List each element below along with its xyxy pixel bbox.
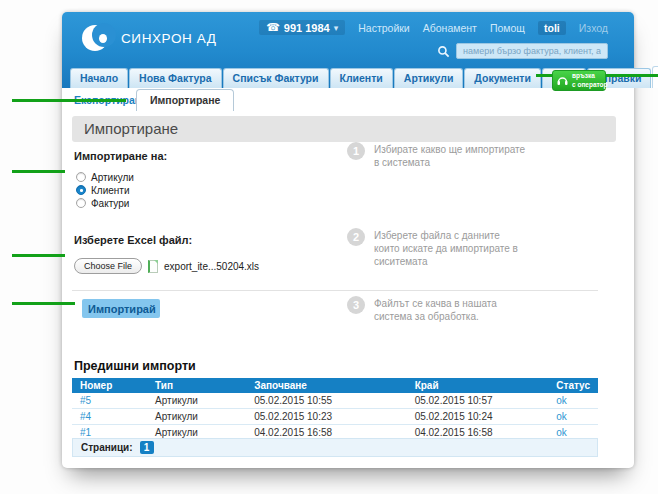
excel-file-heading: Изберете Excel файл: [74, 234, 192, 246]
step-1: 1 Избирате какво ще импортирате в систем… [347, 142, 526, 169]
import-number-link[interactable]: #4 [80, 411, 91, 422]
col-number: Номер [72, 378, 147, 393]
import-start: 05.02.2015 10:55 [246, 393, 406, 409]
help-link[interactable]: Помощ [490, 22, 525, 34]
step-3-number: 3 [347, 296, 365, 314]
search-icon [437, 45, 450, 58]
step-2-number: 2 [347, 228, 365, 246]
search-bar [437, 43, 608, 59]
import-end: 05.02.2015 10:24 [407, 409, 549, 425]
history-heading: Предишни импорти [74, 359, 196, 373]
import-button[interactable]: Импортирай [82, 299, 160, 318]
table-row: #4 Артикули 05.02.2015 10:23 05.02.2015 … [72, 409, 598, 425]
caret-down-icon: ▾ [334, 23, 339, 33]
tab-nachalo[interactable]: Начало [70, 68, 128, 88]
step-2-text: Изберете файла с данните които искате да… [374, 228, 526, 269]
tab-artikuli[interactable]: Артикули [394, 68, 464, 88]
annotation-line-file [12, 254, 65, 257]
tab-import-export[interactable]: Импорт/експорт [652, 66, 658, 88]
import-number-link[interactable]: #5 [80, 395, 91, 406]
import-number-link[interactable]: #1 [80, 427, 91, 438]
selected-filename: export_ite...50204.xls [164, 261, 259, 272]
subtab-import[interactable]: Импортиране [136, 89, 234, 111]
excel-file-icon [148, 260, 158, 273]
col-end: Край [407, 378, 549, 393]
logout-link[interactable]: Изход [579, 22, 608, 34]
settings-link[interactable]: Настройки [358, 22, 410, 34]
user-link[interactable]: toli [538, 21, 566, 35]
phone-selector[interactable]: ☎ 991 1984 ▾ [259, 20, 345, 35]
phone-number: 991 1984 [284, 22, 330, 34]
operator-button[interactable]: връзка с оператор [552, 70, 606, 91]
phone-icon: ☎ [266, 21, 280, 34]
radio-klienti-label: Клиенти [91, 185, 130, 196]
col-type: Тип [147, 378, 246, 393]
annotation-line-subtab [12, 99, 126, 102]
file-input-row: Choose File export_ite...50204.xls [74, 258, 259, 274]
step-2: 2 Изберете файла с данните които искате … [347, 228, 526, 269]
table-header-row: Номер Тип Започване Край Статус [72, 378, 598, 393]
radio-checked-icon [76, 185, 86, 195]
col-status: Статус [548, 378, 598, 393]
tab-klienti[interactable]: Клиенти [330, 68, 393, 88]
headset-icon [556, 75, 569, 86]
radio-icon [76, 172, 86, 182]
section-divider [72, 290, 598, 291]
radio-fakturi-label: Фактури [91, 198, 129, 209]
status-link[interactable]: ok [556, 411, 567, 422]
brand-logo-icon [82, 23, 112, 53]
radio-klienti[interactable]: Клиенти [76, 184, 130, 196]
search-input[interactable] [456, 43, 608, 59]
import-of-heading: Импортиране на: [74, 150, 167, 162]
screenshot-stage: СИНХРОН АД ☎ 991 1984 ▾ Настройки Абонам… [0, 0, 658, 494]
import-type: Артикули [147, 393, 246, 409]
import-end: 05.02.2015 10:57 [407, 393, 549, 409]
step-3-text: Файлът се качва в нашата система за обра… [374, 296, 526, 323]
radio-fakturi[interactable]: Фактури [76, 197, 129, 209]
radio-icon [76, 198, 86, 208]
brand-name: СИНХРОН АД [121, 31, 217, 46]
status-link[interactable]: ok [556, 395, 567, 406]
pagination-label: Страници: [81, 442, 133, 453]
import-type: Артикули [147, 409, 246, 425]
sub-nav: Експортиране Импортиране [62, 88, 634, 112]
radio-artikuli[interactable]: Артикули [76, 171, 134, 183]
table-row: #5 Артикули 05.02.2015 10:55 05.02.2015 … [72, 393, 598, 409]
pagination-bar: Страници: 1 [72, 438, 598, 457]
operator-button-label-line2: с оператор [572, 81, 608, 89]
step-3: 3 Файлът се качва в нашата система за об… [347, 296, 526, 323]
brand-logo: СИНХРОН АД [82, 23, 217, 53]
annotation-line-import-button [12, 302, 75, 305]
step-1-text: Избирате какво ще импортирате в системат… [374, 142, 526, 169]
tab-dokumenti[interactable]: Документи [464, 68, 541, 88]
page-1-button[interactable]: 1 [140, 441, 154, 454]
choose-file-button[interactable]: Choose File [74, 258, 142, 274]
history-table: Номер Тип Започване Край Статус #5 Артик… [72, 378, 598, 441]
page-title: Импортиране [72, 116, 616, 142]
import-start: 05.02.2015 10:23 [246, 409, 406, 425]
operator-button-label-line1: връзка [572, 72, 608, 80]
status-link[interactable]: ok [556, 427, 567, 438]
tab-nova-faktura[interactable]: Нова Фактура [129, 68, 222, 88]
step-1-number: 1 [347, 142, 365, 160]
radio-artikuli-label: Артикули [91, 172, 134, 183]
header-links: ☎ 991 1984 ▾ Настройки Абонамент Помощ t… [259, 20, 608, 35]
tab-spisak-fakturi[interactable]: Списък Фактури [223, 68, 329, 88]
subscription-link[interactable]: Абонамент [423, 22, 477, 34]
col-start: Започване [246, 378, 406, 393]
app-window: СИНХРОН АД ☎ 991 1984 ▾ Настройки Абонам… [62, 12, 634, 468]
annotation-line-radio [12, 170, 65, 173]
